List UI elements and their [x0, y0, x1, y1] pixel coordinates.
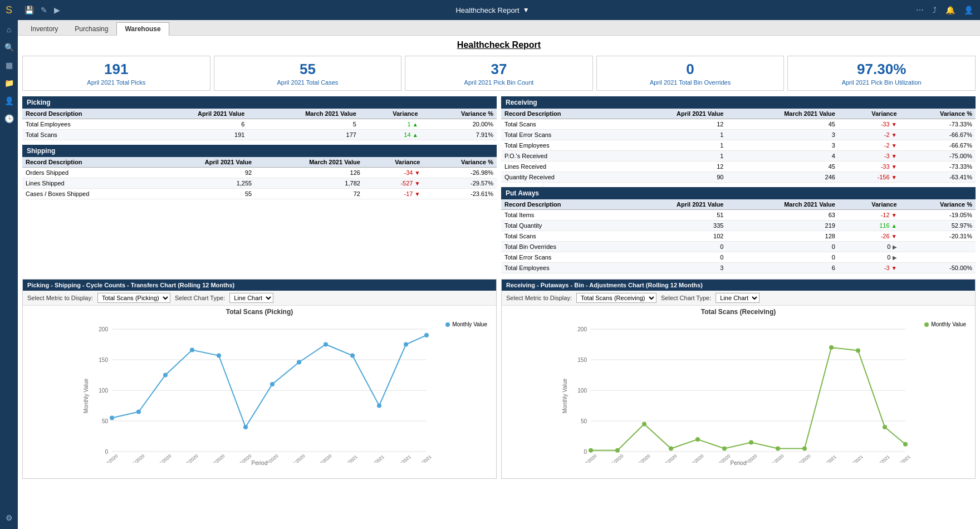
svg-point-30 — [270, 382, 275, 386]
svg-text:50: 50 — [581, 418, 587, 424]
receiving-col-var: Variance — [839, 109, 900, 119]
chart-receiving-body: Total Scans (Receiving) Monthly Value 2 — [502, 306, 975, 478]
kpi-pick-bin-count: 37 April 2021 Pick Bin Count — [405, 56, 593, 91]
svg-text:4/2021: 4/2021 — [898, 454, 912, 463]
svg-point-26 — [163, 373, 168, 378]
tab-purchasing[interactable]: Purchasing — [66, 22, 116, 35]
person-icon[interactable]: 👤 — [2, 94, 16, 107]
table-row: P.O.'s Received14 -3 ▼-75.00% — [501, 151, 976, 161]
table-row: Total Employees13 -2 ▼-66.67% — [501, 140, 976, 151]
receiving-col-apr: April 2021 Value — [623, 109, 727, 119]
chart-picking-title: Total Scans (Picking) — [25, 308, 494, 316]
chart-type-select-right[interactable]: Line Chart — [716, 293, 759, 303]
more-icon[interactable]: ⋯ — [916, 6, 924, 14]
svg-point-61 — [589, 448, 593, 453]
svg-text:50: 50 — [102, 418, 109, 424]
svg-point-31 — [297, 360, 301, 365]
svg-point-35 — [404, 342, 408, 347]
svg-text:0: 0 — [105, 449, 108, 455]
table-row: Total Items5163 -12 ▼-19.05% — [501, 210, 976, 221]
shipping-col-varp: Variance % — [423, 157, 497, 168]
putaways-col-var: Variance — [839, 199, 900, 210]
svg-text:08/2020: 08/2020 — [210, 453, 226, 463]
bell-icon[interactable]: 🔔 — [945, 6, 955, 14]
picking-col-desc: Record Description — [22, 109, 144, 119]
chart-right-svg: 200 150 100 50 0 Monthly Value 04/2020 0… — [504, 318, 973, 463]
chart-picking-header: Picking - Shipping - Cycle Counts - Tran… — [23, 280, 496, 291]
chart-left-svg: 200 150 100 50 0 Monthly Value 04/2020 0… — [25, 318, 494, 463]
chart-type-label-right: Select Chart Type: — [661, 295, 711, 301]
svg-text:06/2020: 06/2020 — [156, 453, 172, 463]
chart-left-legend: Monthly Value — [445, 321, 487, 327]
svg-text:4/2021: 4/2021 — [419, 454, 433, 463]
chart-picking: Picking - Shipping - Cycle Counts - Tran… — [22, 279, 497, 479]
kpi-total-cases: 55 April 2021 Total Cases — [214, 56, 402, 91]
metric-select-right[interactable]: Total Scans (Receiving) — [576, 293, 656, 303]
kpi-total-cases-label: April 2021 Total Cases — [221, 79, 395, 86]
picking-header: Picking — [22, 96, 497, 109]
app-logo-icon: S — [6, 4, 12, 16]
svg-point-69 — [802, 447, 807, 451]
sidebar: S ⌂ 🔍 ▦ 📁 👤 🕒 ⚙ — [0, 0, 18, 529]
svg-text:05/2020: 05/2020 — [609, 453, 624, 463]
kpi-bin-overrides-label: April 2021 Total Bin Overrides — [604, 79, 777, 86]
folder-icon[interactable]: 📁 — [2, 76, 16, 90]
svg-text:08/2020: 08/2020 — [689, 453, 704, 463]
svg-text:12/2020: 12/2020 — [317, 453, 332, 463]
svg-text:11/2020: 11/2020 — [769, 453, 785, 463]
kpi-total-picks-value: 191 — [30, 61, 203, 78]
kpi-total-cases-value: 55 — [221, 61, 395, 78]
svg-point-64 — [669, 447, 673, 451]
tab-inventory[interactable]: Inventory — [22, 22, 66, 35]
chart-receiving-header: Receiving - Putaways - Bin - Adjustments… — [502, 280, 975, 291]
shipping-table: Record Description April 2021 Value Marc… — [22, 157, 497, 199]
user-icon[interactable]: 👤 — [964, 6, 973, 14]
edit-icon[interactable]: ✎ — [41, 6, 47, 14]
home-icon[interactable]: ⌂ — [2, 23, 16, 36]
shipping-col-desc: Record Description — [22, 157, 154, 168]
svg-point-28 — [217, 354, 221, 358]
share-icon[interactable]: ⤴ — [933, 6, 937, 14]
receiving-col-varp: Variance % — [900, 109, 976, 119]
grid-icon[interactable]: ▦ — [2, 58, 16, 72]
table-row: Total Employees 6 5 1 ▲ 20.00% — [22, 119, 497, 130]
tables-row-1: Picking Record Description April 2021 Va… — [22, 96, 976, 273]
picking-col-mar: March 2021 Value — [248, 109, 359, 119]
title-dropdown-icon[interactable]: ▼ — [523, 6, 530, 14]
svg-text:06/2020: 06/2020 — [635, 453, 651, 463]
kpi-bin-utilization-value: 97.30% — [795, 61, 968, 78]
chart-type-label-left: Select Chart Type: — [175, 295, 225, 301]
receiving-col-mar: March 2021 Value — [727, 109, 838, 119]
chart-type-select-left[interactable]: Line Chart — [229, 293, 273, 303]
svg-text:0: 0 — [584, 449, 587, 455]
svg-text:07/2020: 07/2020 — [183, 453, 199, 463]
table-row: Total Error Scans13 -2 ▼-66.67% — [501, 130, 976, 140]
charts-row: Picking - Shipping - Cycle Counts - Tran… — [22, 279, 976, 479]
tab-warehouse[interactable]: Warehouse — [116, 22, 169, 36]
metric-select-left[interactable]: Total Scans (Picking) — [97, 293, 170, 303]
search-icon[interactable]: 🔍 — [2, 41, 16, 54]
tabs-bar: Inventory Purchasing Warehouse — [18, 20, 980, 36]
svg-text:09/2020: 09/2020 — [716, 453, 731, 463]
metric-label-right: Select Metric to Display: — [506, 295, 572, 301]
svg-text:3/2021: 3/2021 — [398, 454, 412, 463]
kpi-bin-utilization: 97.30% April 2021 Pick Bin Utilization — [787, 56, 976, 91]
svg-point-62 — [615, 448, 620, 453]
svg-point-36 — [424, 333, 429, 337]
svg-point-67 — [749, 440, 753, 445]
svg-point-72 — [883, 425, 887, 429]
kpi-bin-overrides-value: 0 — [604, 61, 777, 78]
chart-picking-body: Total Scans (Picking) Monthly Value 200 — [23, 306, 496, 478]
settings-icon[interactable]: ⚙ — [2, 511, 16, 525]
save-icon[interactable]: 💾 — [24, 6, 34, 14]
svg-point-65 — [695, 437, 700, 442]
shipping-col-apr: April 2021 Value — [154, 157, 255, 168]
putaways-col-desc: Record Description — [501, 199, 623, 210]
main-panel: 💾 ✎ ▶ Healthcheck Report ▼ ⋯ ⤴ 🔔 👤 Inven… — [18, 0, 980, 529]
run-icon[interactable]: ▶ — [54, 6, 60, 14]
table-row: Cases / Boxes Shipped 55 72 -17 ▼ -23.61… — [22, 189, 497, 199]
clock-icon[interactable]: 🕒 — [2, 112, 16, 125]
svg-text:100: 100 — [577, 388, 587, 394]
chart-receiving: Receiving - Putaways - Bin - Adjustments… — [501, 279, 976, 479]
receiving-table: Record Description April 2021 Value Marc… — [501, 109, 976, 183]
